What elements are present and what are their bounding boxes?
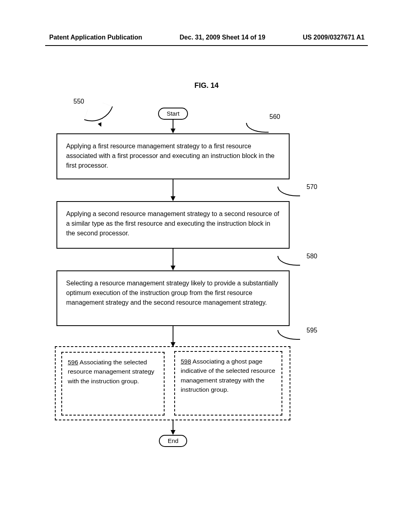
arrowhead-icon	[171, 129, 175, 133]
end-terminal: End	[159, 435, 187, 447]
ref-label-570: 570	[307, 183, 317, 191]
box-598-text: Associating a ghost page indicative of t…	[181, 358, 275, 393]
leader-arrowhead-550	[98, 122, 103, 127]
flow-arrow	[173, 179, 173, 197]
arrowhead-icon	[171, 266, 175, 270]
callout-curve-595	[277, 330, 300, 340]
header-divider	[45, 45, 368, 46]
ref-label-595: 595	[307, 327, 317, 334]
process-box-580: Selecting a resource management strategy…	[56, 270, 290, 326]
optional-box-596: 596 Associating the selected resource ma…	[61, 352, 165, 416]
header-patent-number: US 2009/0327671 A1	[303, 34, 365, 41]
callout-curve-580	[277, 256, 300, 266]
flow-arrow	[173, 249, 173, 266]
ref-label-598: 598	[181, 358, 191, 365]
arrowhead-icon	[171, 196, 175, 201]
flow-arrow	[173, 420, 173, 431]
page-header: Patent Application Publication Dec. 31, …	[0, 0, 413, 45]
ref-label-580: 580	[307, 253, 317, 260]
process-box-570: Applying a second resource management st…	[56, 201, 290, 249]
optional-box-598: 598 Associating a ghost page indicative …	[174, 351, 282, 416]
figure-title: FIG. 14	[0, 81, 413, 90]
callout-curve-570	[277, 187, 300, 196]
header-date-sheet: Dec. 31, 2009 Sheet 14 of 19	[179, 34, 265, 41]
start-terminal: Start	[158, 108, 188, 120]
flow-arrow	[173, 120, 173, 129]
flow-arrow	[173, 326, 173, 343]
box-596-text: Associating the selected resource manage…	[68, 359, 154, 384]
header-publication: Patent Application Publication	[49, 34, 142, 41]
process-box-560: Applying a first resource management str…	[56, 133, 290, 179]
callout-curve-560	[246, 123, 269, 133]
arrowhead-icon	[171, 430, 175, 435]
ref-label-596: 596	[68, 359, 78, 366]
ref-label-550: 550	[73, 98, 84, 105]
ref-label-560: 560	[269, 113, 280, 121]
flowchart-diagram: 550 Start 560 Applying a first resource …	[0, 93, 413, 496]
